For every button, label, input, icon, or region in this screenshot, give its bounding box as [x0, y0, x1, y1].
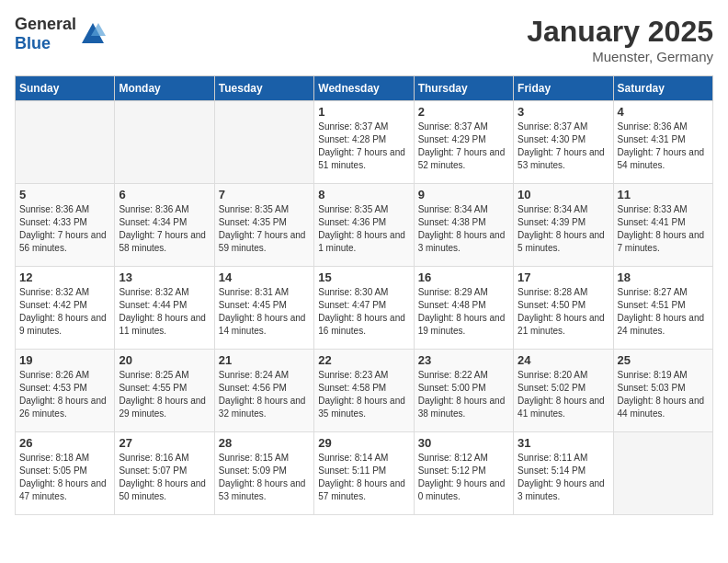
week-row-3: 12Sunrise: 8:32 AM Sunset: 4:42 PM Dayli…: [16, 267, 713, 350]
cell-info-18: Sunrise: 8:27 AM Sunset: 4:51 PM Dayligh…: [618, 286, 709, 338]
subtitle: Muenster, Germany: [527, 49, 713, 64]
cell-3-5: 24Sunrise: 8:20 AM Sunset: 5:02 PM Dayli…: [514, 350, 613, 432]
cell-info-8: Sunrise: 8:35 AM Sunset: 4:36 PM Dayligh…: [318, 203, 409, 255]
day-number-4: 4: [618, 105, 709, 119]
day-number-6: 6: [119, 188, 210, 201]
calendar-table: SundayMondayTuesdayWednesdayThursdayFrid…: [15, 75, 713, 515]
cell-info-24: Sunrise: 8:20 AM Sunset: 5:02 PM Dayligh…: [518, 369, 609, 420]
cell-2-0: 12Sunrise: 8:32 AM Sunset: 4:42 PM Dayli…: [16, 267, 115, 350]
cell-info-22: Sunrise: 8:23 AM Sunset: 4:58 PM Dayligh…: [318, 369, 409, 420]
cell-0-2: [214, 101, 313, 184]
day-number-10: 10: [518, 188, 609, 201]
header-tuesday: Tuesday: [214, 76, 313, 101]
day-number-5: 5: [19, 188, 110, 201]
cell-info-4: Sunrise: 8:36 AM Sunset: 4:31 PM Dayligh…: [618, 121, 709, 172]
cell-info-20: Sunrise: 8:25 AM Sunset: 4:55 PM Dayligh…: [119, 369, 210, 420]
day-number-28: 28: [219, 436, 310, 450]
cell-1-2: 7Sunrise: 8:35 AM Sunset: 4:35 PM Daylig…: [214, 184, 313, 267]
cell-0-6: 4Sunrise: 8:36 AM Sunset: 4:31 PM Daylig…: [613, 101, 712, 184]
cell-0-3: 1Sunrise: 8:37 AM Sunset: 4:28 PM Daylig…: [314, 101, 414, 184]
cell-2-5: 17Sunrise: 8:28 AM Sunset: 4:50 PM Dayli…: [514, 267, 613, 350]
header-saturday: Saturday: [613, 76, 712, 101]
day-number-14: 14: [219, 270, 310, 284]
cell-4-3: 29Sunrise: 8:14 AM Sunset: 5:11 PM Dayli…: [314, 432, 414, 515]
week-row-5: 26Sunrise: 8:18 AM Sunset: 5:05 PM Dayli…: [16, 432, 713, 515]
logo: General Blue: [15, 15, 106, 53]
day-number-26: 26: [19, 436, 110, 450]
day-number-27: 27: [119, 436, 210, 450]
day-number-31: 31: [518, 436, 609, 450]
cell-info-31: Sunrise: 8:11 AM Sunset: 5:14 PM Dayligh…: [518, 452, 609, 503]
cell-info-11: Sunrise: 8:33 AM Sunset: 4:41 PM Dayligh…: [618, 203, 709, 255]
day-number-15: 15: [318, 270, 409, 284]
cell-4-5: 31Sunrise: 8:11 AM Sunset: 5:14 PM Dayli…: [514, 432, 613, 515]
cell-info-30: Sunrise: 8:12 AM Sunset: 5:12 PM Dayligh…: [418, 452, 509, 503]
header-thursday: Thursday: [414, 76, 513, 101]
cell-0-4: 2Sunrise: 8:37 AM Sunset: 4:29 PM Daylig…: [414, 101, 513, 184]
cell-info-13: Sunrise: 8:32 AM Sunset: 4:44 PM Dayligh…: [119, 286, 210, 338]
day-number-2: 2: [418, 105, 509, 119]
cell-2-2: 14Sunrise: 8:31 AM Sunset: 4:45 PM Dayli…: [214, 267, 313, 350]
day-number-21: 21: [219, 353, 310, 367]
logo-blue: Blue: [15, 34, 51, 52]
cell-3-6: 25Sunrise: 8:19 AM Sunset: 5:03 PM Dayli…: [613, 350, 712, 432]
cell-4-0: 26Sunrise: 8:18 AM Sunset: 5:05 PM Dayli…: [16, 432, 115, 515]
day-number-11: 11: [618, 188, 709, 201]
cell-info-27: Sunrise: 8:16 AM Sunset: 5:07 PM Dayligh…: [119, 452, 210, 503]
cell-2-4: 16Sunrise: 8:29 AM Sunset: 4:48 PM Dayli…: [414, 267, 513, 350]
cell-3-1: 20Sunrise: 8:25 AM Sunset: 4:55 PM Dayli…: [115, 350, 214, 432]
cell-3-3: 22Sunrise: 8:23 AM Sunset: 4:58 PM Dayli…: [314, 350, 414, 432]
cell-info-1: Sunrise: 8:37 AM Sunset: 4:28 PM Dayligh…: [318, 121, 409, 172]
week-row-1: 1Sunrise: 8:37 AM Sunset: 4:28 PM Daylig…: [16, 101, 713, 184]
cell-2-3: 15Sunrise: 8:30 AM Sunset: 4:47 PM Dayli…: [314, 267, 414, 350]
cell-info-5: Sunrise: 8:36 AM Sunset: 4:33 PM Dayligh…: [19, 203, 110, 255]
cell-info-10: Sunrise: 8:34 AM Sunset: 4:39 PM Dayligh…: [518, 203, 609, 255]
day-number-12: 12: [19, 270, 110, 284]
cell-4-6: [613, 432, 712, 515]
day-number-18: 18: [618, 270, 709, 284]
cell-info-7: Sunrise: 8:35 AM Sunset: 4:35 PM Dayligh…: [219, 203, 310, 255]
logo-text: General Blue: [15, 15, 76, 53]
header-wednesday: Wednesday: [314, 76, 414, 101]
day-number-3: 3: [518, 105, 609, 119]
header-monday: Monday: [115, 76, 214, 101]
cell-info-16: Sunrise: 8:29 AM Sunset: 4:48 PM Dayligh…: [418, 286, 509, 338]
cell-3-4: 23Sunrise: 8:22 AM Sunset: 5:00 PM Dayli…: [414, 350, 513, 432]
cell-1-4: 9Sunrise: 8:34 AM Sunset: 4:38 PM Daylig…: [414, 184, 513, 267]
cell-1-3: 8Sunrise: 8:35 AM Sunset: 4:36 PM Daylig…: [314, 184, 414, 267]
cell-info-9: Sunrise: 8:34 AM Sunset: 4:38 PM Dayligh…: [418, 203, 509, 255]
cell-info-28: Sunrise: 8:15 AM Sunset: 5:09 PM Dayligh…: [219, 452, 310, 503]
week-row-4: 19Sunrise: 8:26 AM Sunset: 4:53 PM Dayli…: [16, 350, 713, 432]
cell-1-6: 11Sunrise: 8:33 AM Sunset: 4:41 PM Dayli…: [613, 184, 712, 267]
logo-icon: [80, 21, 106, 47]
day-number-23: 23: [418, 353, 509, 367]
day-number-20: 20: [119, 353, 210, 367]
cell-info-25: Sunrise: 8:19 AM Sunset: 5:03 PM Dayligh…: [618, 369, 709, 420]
cell-info-29: Sunrise: 8:14 AM Sunset: 5:11 PM Dayligh…: [318, 452, 409, 503]
week-row-2: 5Sunrise: 8:36 AM Sunset: 4:33 PM Daylig…: [16, 184, 713, 267]
day-number-24: 24: [518, 353, 609, 367]
main-title: January 2025: [527, 15, 713, 49]
cell-info-17: Sunrise: 8:28 AM Sunset: 4:50 PM Dayligh…: [518, 286, 609, 338]
cell-info-6: Sunrise: 8:36 AM Sunset: 4:34 PM Dayligh…: [119, 203, 210, 255]
title-block: January 2025 Muenster, Germany: [527, 15, 713, 64]
cell-2-6: 18Sunrise: 8:27 AM Sunset: 4:51 PM Dayli…: [613, 267, 712, 350]
page-header: General Blue January 2025 Muenster, Germ…: [15, 15, 713, 64]
cell-3-2: 21Sunrise: 8:24 AM Sunset: 4:56 PM Dayli…: [214, 350, 313, 432]
cell-info-21: Sunrise: 8:24 AM Sunset: 4:56 PM Dayligh…: [219, 369, 310, 420]
cell-4-1: 27Sunrise: 8:16 AM Sunset: 5:07 PM Dayli…: [115, 432, 214, 515]
logo-general: General: [15, 15, 76, 33]
cell-1-5: 10Sunrise: 8:34 AM Sunset: 4:39 PM Dayli…: [514, 184, 613, 267]
cell-4-2: 28Sunrise: 8:15 AM Sunset: 5:09 PM Dayli…: [214, 432, 313, 515]
cell-0-0: [16, 101, 115, 184]
cell-3-0: 19Sunrise: 8:26 AM Sunset: 4:53 PM Dayli…: [16, 350, 115, 432]
cell-info-3: Sunrise: 8:37 AM Sunset: 4:30 PM Dayligh…: [518, 121, 609, 172]
day-number-8: 8: [318, 188, 409, 201]
header-sunday: Sunday: [16, 76, 115, 101]
cell-1-1: 6Sunrise: 8:36 AM Sunset: 4:34 PM Daylig…: [115, 184, 214, 267]
day-number-17: 17: [518, 270, 609, 284]
day-number-25: 25: [618, 353, 709, 367]
cell-info-2: Sunrise: 8:37 AM Sunset: 4:29 PM Dayligh…: [418, 121, 509, 172]
cell-info-26: Sunrise: 8:18 AM Sunset: 5:05 PM Dayligh…: [19, 452, 110, 503]
day-number-22: 22: [318, 353, 409, 367]
